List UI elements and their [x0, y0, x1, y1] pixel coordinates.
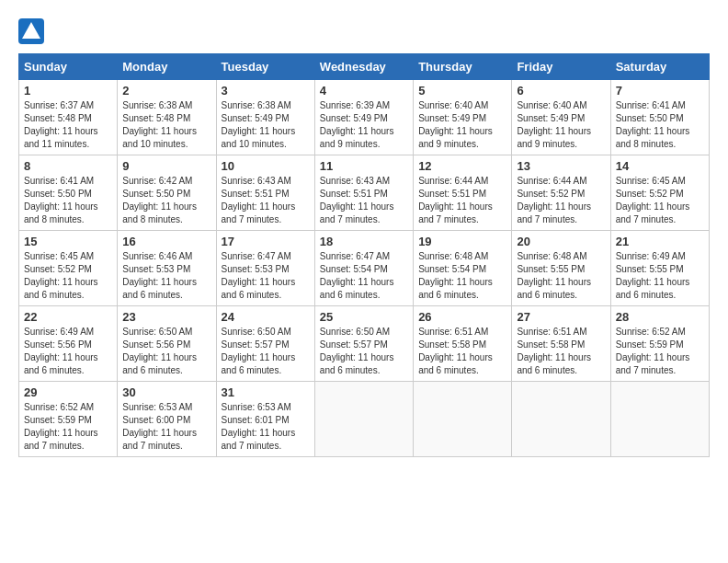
header-monday: Monday: [118, 54, 216, 80]
day-info: Sunrise: 6:52 AMSunset: 5:59 PMDaylight:…: [24, 401, 112, 453]
day-info: Sunrise: 6:49 AMSunset: 5:55 PMDaylight:…: [616, 250, 704, 302]
calendar-cell: 8Sunrise: 6:41 AMSunset: 5:50 PMDaylight…: [19, 155, 118, 231]
day-number: 5: [418, 84, 506, 98]
day-number: 22: [24, 310, 112, 324]
day-info: Sunrise: 6:48 AMSunset: 5:55 PMDaylight:…: [517, 250, 605, 302]
day-number: 13: [517, 159, 605, 173]
day-info: Sunrise: 6:51 AMSunset: 5:58 PMDaylight:…: [517, 326, 605, 377]
calendar-cell: 26Sunrise: 6:51 AMSunset: 5:58 PMDayligh…: [414, 306, 512, 382]
day-number: 6: [517, 84, 605, 98]
calendar-cell: 31Sunrise: 6:53 AMSunset: 6:01 PMDayligh…: [216, 382, 314, 457]
day-number: 4: [320, 84, 408, 98]
logo: [18, 18, 48, 44]
calendar-cell: 11Sunrise: 6:43 AMSunset: 5:51 PMDayligh…: [314, 155, 413, 231]
header-tuesday: Tuesday: [216, 54, 314, 80]
day-number: 15: [24, 235, 112, 248]
day-number: 3: [222, 84, 310, 98]
calendar-cell: 9Sunrise: 6:42 AMSunset: 5:50 PMDaylight…: [118, 155, 216, 231]
day-number: 2: [122, 84, 210, 98]
day-info: Sunrise: 6:38 AMSunset: 5:49 PMDaylight:…: [222, 99, 310, 151]
day-info: Sunrise: 6:53 AMSunset: 6:00 PMDaylight:…: [122, 401, 210, 453]
calendar-cell: 19Sunrise: 6:48 AMSunset: 5:54 PMDayligh…: [414, 231, 512, 306]
calendar-cell: 3Sunrise: 6:38 AMSunset: 5:49 PMDaylight…: [216, 80, 314, 155]
day-info: Sunrise: 6:45 AMSunset: 5:52 PMDaylight:…: [24, 250, 112, 302]
day-info: Sunrise: 6:51 AMSunset: 5:58 PMDaylight:…: [418, 326, 506, 377]
page-header: [18, 18, 710, 44]
calendar-cell: 6Sunrise: 6:40 AMSunset: 5:49 PMDaylight…: [512, 80, 610, 155]
day-number: 20: [517, 235, 605, 248]
header-wednesday: Wednesday: [314, 54, 413, 80]
day-info: Sunrise: 6:49 AMSunset: 5:56 PMDaylight:…: [24, 326, 112, 377]
day-info: Sunrise: 6:50 AMSunset: 5:57 PMDaylight:…: [222, 326, 310, 377]
day-info: Sunrise: 6:43 AMSunset: 5:51 PMDaylight:…: [320, 175, 408, 226]
calendar-cell: [512, 382, 610, 457]
calendar-cell: 23Sunrise: 6:50 AMSunset: 5:56 PMDayligh…: [118, 306, 216, 382]
day-info: Sunrise: 6:38 AMSunset: 5:48 PMDaylight:…: [122, 99, 210, 151]
calendar-cell: 13Sunrise: 6:44 AMSunset: 5:52 PMDayligh…: [512, 155, 610, 231]
calendar-week-row: 1Sunrise: 6:37 AMSunset: 5:48 PMDaylight…: [19, 80, 710, 155]
calendar-cell: [314, 382, 413, 457]
day-number: 12: [418, 159, 506, 173]
calendar-table: SundayMondayTuesdayWednesdayThursdayFrid…: [18, 53, 710, 457]
day-number: 7: [616, 84, 704, 98]
calendar-week-row: 15Sunrise: 6:45 AMSunset: 5:52 PMDayligh…: [19, 231, 710, 306]
day-info: Sunrise: 6:44 AMSunset: 5:52 PMDaylight:…: [517, 175, 605, 226]
day-number: 31: [222, 385, 310, 399]
calendar-week-row: 29Sunrise: 6:52 AMSunset: 5:59 PMDayligh…: [19, 382, 710, 457]
calendar-cell: 5Sunrise: 6:40 AMSunset: 5:49 PMDaylight…: [414, 80, 512, 155]
calendar-cell: 4Sunrise: 6:39 AMSunset: 5:49 PMDaylight…: [314, 80, 413, 155]
calendar-cell: 28Sunrise: 6:52 AMSunset: 5:59 PMDayligh…: [610, 306, 709, 382]
day-info: Sunrise: 6:53 AMSunset: 6:01 PMDaylight:…: [222, 401, 310, 453]
day-info: Sunrise: 6:43 AMSunset: 5:51 PMDaylight:…: [222, 175, 310, 226]
calendar-cell: 18Sunrise: 6:47 AMSunset: 5:54 PMDayligh…: [314, 231, 413, 306]
day-number: 23: [122, 310, 210, 324]
day-number: 19: [418, 235, 506, 248]
day-number: 8: [24, 159, 112, 173]
calendar-cell: 12Sunrise: 6:44 AMSunset: 5:51 PMDayligh…: [414, 155, 512, 231]
calendar-cell: 24Sunrise: 6:50 AMSunset: 5:57 PMDayligh…: [216, 306, 314, 382]
calendar-cell: 2Sunrise: 6:38 AMSunset: 5:48 PMDaylight…: [118, 80, 216, 155]
day-info: Sunrise: 6:41 AMSunset: 5:50 PMDaylight:…: [24, 175, 112, 226]
day-info: Sunrise: 6:47 AMSunset: 5:53 PMDaylight:…: [222, 250, 310, 302]
calendar-cell: 29Sunrise: 6:52 AMSunset: 5:59 PMDayligh…: [19, 382, 118, 457]
day-number: 25: [320, 310, 408, 324]
day-info: Sunrise: 6:40 AMSunset: 5:49 PMDaylight:…: [418, 99, 506, 151]
day-number: 21: [616, 235, 704, 248]
day-number: 18: [320, 235, 408, 248]
day-info: Sunrise: 6:48 AMSunset: 5:54 PMDaylight:…: [418, 250, 506, 302]
calendar-cell: 15Sunrise: 6:45 AMSunset: 5:52 PMDayligh…: [19, 231, 118, 306]
day-info: Sunrise: 6:42 AMSunset: 5:50 PMDaylight:…: [122, 175, 210, 226]
header-thursday: Thursday: [414, 54, 512, 80]
calendar-cell: 7Sunrise: 6:41 AMSunset: 5:50 PMDaylight…: [610, 80, 709, 155]
day-number: 28: [616, 310, 704, 324]
day-info: Sunrise: 6:41 AMSunset: 5:50 PMDaylight:…: [616, 99, 704, 151]
calendar-cell: 25Sunrise: 6:50 AMSunset: 5:57 PMDayligh…: [314, 306, 413, 382]
day-info: Sunrise: 6:40 AMSunset: 5:49 PMDaylight:…: [517, 99, 605, 151]
calendar-cell: [414, 382, 512, 457]
day-number: 29: [24, 385, 112, 399]
calendar-cell: 30Sunrise: 6:53 AMSunset: 6:00 PMDayligh…: [118, 382, 216, 457]
day-info: Sunrise: 6:50 AMSunset: 5:57 PMDaylight:…: [320, 326, 408, 377]
header-sunday: Sunday: [19, 54, 118, 80]
day-number: 1: [24, 84, 112, 98]
day-number: 30: [122, 385, 210, 399]
calendar-cell: 21Sunrise: 6:49 AMSunset: 5:55 PMDayligh…: [610, 231, 709, 306]
day-number: 17: [222, 235, 310, 248]
day-number: 14: [616, 159, 704, 173]
calendar-week-row: 8Sunrise: 6:41 AMSunset: 5:50 PMDaylight…: [19, 155, 710, 231]
day-info: Sunrise: 6:44 AMSunset: 5:51 PMDaylight:…: [418, 175, 506, 226]
day-number: 10: [222, 159, 310, 173]
calendar-cell: 27Sunrise: 6:51 AMSunset: 5:58 PMDayligh…: [512, 306, 610, 382]
header-friday: Friday: [512, 54, 610, 80]
day-info: Sunrise: 6:47 AMSunset: 5:54 PMDaylight:…: [320, 250, 408, 302]
calendar-cell: 16Sunrise: 6:46 AMSunset: 5:53 PMDayligh…: [118, 231, 216, 306]
day-info: Sunrise: 6:50 AMSunset: 5:56 PMDaylight:…: [122, 326, 210, 377]
calendar-cell: 1Sunrise: 6:37 AMSunset: 5:48 PMDaylight…: [19, 80, 118, 155]
calendar-cell: 20Sunrise: 6:48 AMSunset: 5:55 PMDayligh…: [512, 231, 610, 306]
day-number: 26: [418, 310, 506, 324]
day-info: Sunrise: 6:39 AMSunset: 5:49 PMDaylight:…: [320, 99, 408, 151]
day-number: 11: [320, 159, 408, 173]
header-saturday: Saturday: [610, 54, 709, 80]
calendar-header-row: SundayMondayTuesdayWednesdayThursdayFrid…: [19, 54, 710, 80]
calendar-cell: 22Sunrise: 6:49 AMSunset: 5:56 PMDayligh…: [19, 306, 118, 382]
